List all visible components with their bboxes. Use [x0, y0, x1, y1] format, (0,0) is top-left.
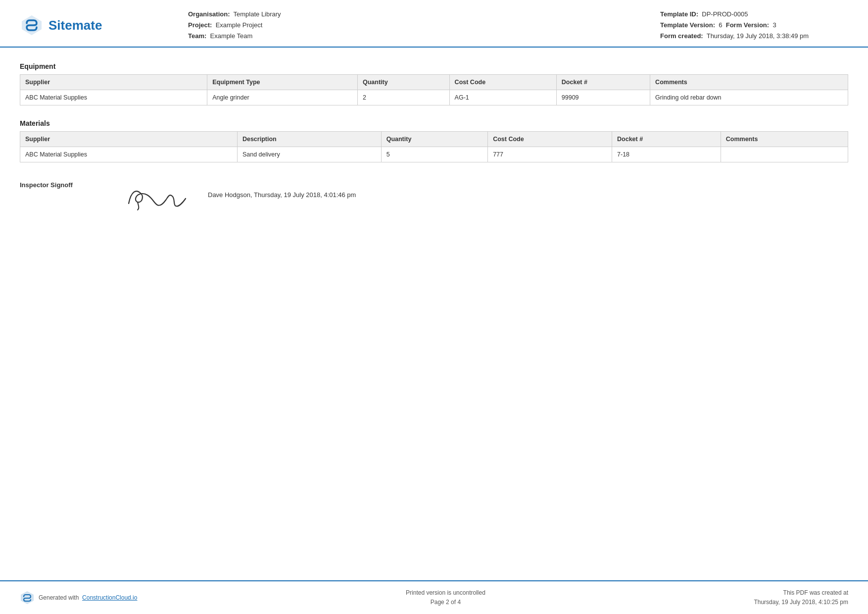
project-label: Project:	[188, 21, 212, 29]
materials-title: Materials	[20, 119, 848, 127]
footer-left: Generated with ConstructionCloud.io	[20, 590, 137, 605]
footer-page: Page 2 of 4	[406, 598, 485, 607]
equipment-quantity: 2	[357, 90, 449, 105]
equipment-col-docket: Docket #	[556, 75, 650, 90]
equipment-col-quantity: Quantity	[357, 75, 449, 90]
materials-col-quantity: Quantity	[381, 132, 487, 147]
footer-center: Printed version is uncontrolled Page 2 o…	[406, 588, 485, 607]
equipment-col-supplier: Supplier	[20, 75, 207, 90]
form-version-value: 3	[772, 21, 776, 29]
materials-comments	[721, 147, 848, 162]
materials-quantity: 5	[381, 147, 487, 162]
signoff-label: Inspector Signoff	[20, 176, 119, 189]
table-row: ABC Material Supplies Angle grinder 2 AG…	[20, 90, 848, 105]
footer-created-label: This PDF was created at	[754, 588, 848, 598]
footer-logo-icon	[20, 590, 35, 605]
template-version-line: Template Version: 6 Form Version: 3	[660, 20, 848, 31]
template-id-label: Template ID:	[660, 10, 698, 18]
equipment-table: Supplier Equipment Type Quantity Cost Co…	[20, 74, 848, 105]
signoff-section: Inspector Signoff Dave Hodgson, Thursday…	[20, 176, 848, 216]
logo-text: Sitemate	[48, 18, 102, 33]
equipment-col-costcode: Cost Code	[449, 75, 556, 90]
template-version-value: 6	[719, 21, 722, 29]
equipment-col-comments: Comments	[650, 75, 848, 90]
project-value: Example Project	[216, 21, 263, 29]
footer-link[interactable]: ConstructionCloud.io	[82, 594, 137, 601]
footer-created-date: Thursday, 19 July 2018, 4:10:25 pm	[754, 598, 848, 607]
signature-image	[119, 176, 198, 216]
materials-docket: 7-18	[612, 147, 721, 162]
logo-area: Sitemate	[20, 13, 158, 37]
table-row: ABC Material Supplies Sand delivery 5 77…	[20, 147, 848, 162]
materials-table: Supplier Description Quantity Cost Code …	[20, 131, 848, 162]
form-created-value: Thursday, 19 July 2018, 3:38:49 pm	[707, 32, 809, 40]
org-line: Organisation: Template Library	[188, 9, 660, 20]
project-line: Project: Example Project	[188, 20, 660, 31]
materials-section: Materials Supplier Description Quantity …	[20, 119, 848, 162]
materials-col-supplier: Supplier	[20, 132, 238, 147]
footer-generated-text: Generated with ConstructionCloud.io	[39, 594, 137, 601]
equipment-section: Equipment Supplier Equipment Type Quanti…	[20, 62, 848, 105]
form-version-label: Form Version:	[726, 21, 769, 29]
main-content: Equipment Supplier Equipment Type Quanti…	[0, 48, 868, 580]
equipment-docket: 99909	[556, 90, 650, 105]
form-created-label: Form created:	[660, 32, 703, 40]
equipment-comments: Grinding old rebar down	[650, 90, 848, 105]
materials-header-row: Supplier Description Quantity Cost Code …	[20, 132, 848, 147]
materials-costcode: 777	[488, 147, 612, 162]
team-value: Example Team	[210, 32, 253, 40]
org-label: Organisation:	[188, 10, 230, 18]
template-id-line: Template ID: DP-PROD-0005	[660, 9, 848, 20]
equipment-col-type: Equipment Type	[207, 75, 358, 90]
materials-description: Sand delivery	[237, 147, 381, 162]
equipment-supplier: ABC Material Supplies	[20, 90, 207, 105]
template-version-label: Template Version:	[660, 21, 715, 29]
sitemate-logo-icon	[20, 13, 44, 37]
equipment-header-row: Supplier Equipment Type Quantity Cost Co…	[20, 75, 848, 90]
signoff-info: Dave Hodgson, Thursday, 19 July 2018, 4:…	[198, 176, 356, 199]
team-label: Team:	[188, 32, 206, 40]
equipment-title: Equipment	[20, 62, 848, 70]
footer-right: This PDF was created at Thursday, 19 Jul…	[754, 588, 848, 607]
equipment-type: Angle grinder	[207, 90, 358, 105]
team-line: Team: Example Team	[188, 31, 660, 42]
materials-supplier: ABC Material Supplies	[20, 147, 238, 162]
materials-col-docket: Docket #	[612, 132, 721, 147]
footer-uncontrolled: Printed version is uncontrolled	[406, 588, 485, 598]
footer: Generated with ConstructionCloud.io Prin…	[0, 580, 868, 614]
header: Sitemate Organisation: Template Library …	[0, 0, 868, 48]
equipment-costcode: AG-1	[449, 90, 556, 105]
org-value: Template Library	[234, 10, 281, 18]
materials-col-comments: Comments	[721, 132, 848, 147]
header-center: Organisation: Template Library Project: …	[158, 9, 660, 42]
materials-col-description: Description	[237, 132, 381, 147]
materials-col-costcode: Cost Code	[488, 132, 612, 147]
form-created-line: Form created: Thursday, 19 July 2018, 3:…	[660, 31, 848, 42]
header-right: Template ID: DP-PROD-0005 Template Versi…	[660, 9, 848, 42]
page-wrapper: Sitemate Organisation: Template Library …	[0, 0, 868, 614]
template-id-value: DP-PROD-0005	[702, 10, 748, 18]
